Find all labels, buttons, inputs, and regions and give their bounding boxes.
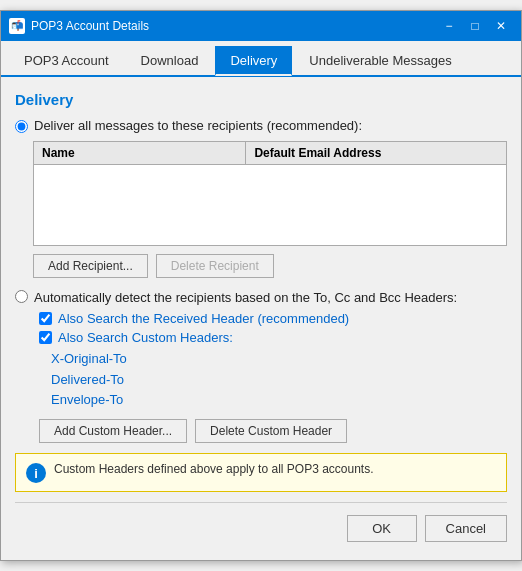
col-email-header: Default Email Address: [246, 142, 506, 164]
custom-header-buttons: Add Custom Header... Delete Custom Heade…: [39, 419, 507, 443]
radio-deliver-all-label: Deliver all messages to these recipients…: [34, 118, 362, 133]
tab-undeliverable[interactable]: Undeliverable Messages: [294, 46, 466, 76]
custom-header-item-2: Delivered-To: [51, 370, 507, 391]
info-box: i Custom Headers defined above apply to …: [15, 453, 507, 492]
ok-button[interactable]: OK: [347, 515, 417, 542]
custom-headers-list: X-Original-To Delivered-To Envelope-To: [51, 349, 507, 411]
tab-download[interactable]: Download: [126, 46, 214, 76]
title-bar: 📬 POP3 Account Details − □ ✕: [1, 11, 521, 41]
footer-divider: [15, 502, 507, 503]
recipient-buttons: Add Recipient... Delete Recipient: [33, 254, 507, 278]
radio-auto-detect-row: Automatically detect the recipients base…: [15, 290, 507, 305]
close-button[interactable]: ✕: [489, 17, 513, 35]
col-name-header: Name: [34, 142, 246, 164]
radio-deliver-all-row: Deliver all messages to these recipients…: [15, 118, 507, 133]
window-title: POP3 Account Details: [31, 19, 149, 33]
recipients-table: Name Default Email Address: [33, 141, 507, 246]
delete-custom-header-button[interactable]: Delete Custom Header: [195, 419, 347, 443]
minimize-button[interactable]: −: [437, 17, 461, 35]
checkbox-custom-headers-row: Also Search Custom Headers:: [39, 330, 507, 345]
maximize-button[interactable]: □: [463, 17, 487, 35]
add-recipient-button[interactable]: Add Recipient...: [33, 254, 148, 278]
window: 📬 POP3 Account Details − □ ✕ POP3 Accoun…: [0, 10, 522, 561]
custom-header-item-3: Envelope-To: [51, 390, 507, 411]
section-title: Delivery: [15, 91, 507, 108]
main-content: Delivery Deliver all messages to these r…: [1, 77, 521, 560]
info-text: Custom Headers defined above apply to al…: [54, 462, 374, 476]
title-bar-left: 📬 POP3 Account Details: [9, 18, 149, 34]
tab-bar: POP3 Account Download Delivery Undeliver…: [1, 41, 521, 77]
delete-recipient-button[interactable]: Delete Recipient: [156, 254, 274, 278]
custom-header-item-1: X-Original-To: [51, 349, 507, 370]
radio-auto-detect-label: Automatically detect the recipients base…: [34, 290, 457, 305]
footer-buttons: OK Cancel: [15, 511, 507, 550]
checkbox-received-header-label: Also Search the Received Header (recomme…: [58, 311, 349, 326]
tab-delivery[interactable]: Delivery: [215, 46, 292, 76]
table-body: [34, 165, 506, 245]
checkbox-received-header-row: Also Search the Received Header (recomme…: [39, 311, 507, 326]
app-icon: 📬: [9, 18, 25, 34]
checkbox-custom-headers-label: Also Search Custom Headers:: [58, 330, 233, 345]
checkbox-custom-headers[interactable]: [39, 331, 52, 344]
radio-deliver-all[interactable]: [15, 120, 28, 133]
title-bar-controls: − □ ✕: [437, 17, 513, 35]
info-icon: i: [26, 463, 46, 483]
checkbox-received-header[interactable]: [39, 312, 52, 325]
cancel-button[interactable]: Cancel: [425, 515, 507, 542]
add-custom-header-button[interactable]: Add Custom Header...: [39, 419, 187, 443]
radio-auto-detect[interactable]: [15, 290, 28, 303]
table-header: Name Default Email Address: [34, 142, 506, 165]
tab-pop3-account[interactable]: POP3 Account: [9, 46, 124, 76]
